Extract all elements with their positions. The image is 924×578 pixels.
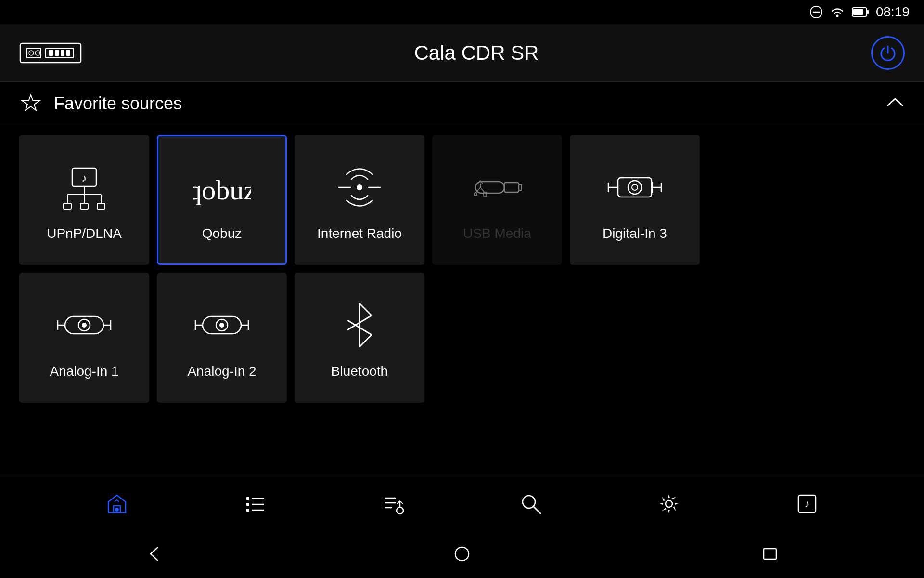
- source-tile-analog-in-1-label: Analog-In 1: [50, 364, 118, 379]
- dnd-icon: [809, 5, 823, 19]
- source-grid: ♪ UPnP/DLNA qobuz Qobuz: [0, 125, 924, 403]
- svg-point-50: [82, 323, 87, 328]
- svg-rect-67: [246, 497, 249, 500]
- source-tile-analog-in-2[interactable]: Analog-In 2: [157, 273, 287, 403]
- svg-line-63: [359, 335, 372, 347]
- source-tile-qobuz-label: Qobuz: [202, 226, 242, 241]
- nav-home-button[interactable]: [98, 485, 136, 523]
- svg-point-8: [29, 51, 34, 55]
- bluetooth-icon: [331, 296, 388, 354]
- system-nav: [0, 530, 924, 578]
- source-tile-internet-radio[interactable]: Internet Radio: [295, 135, 424, 265]
- svg-point-80: [666, 500, 672, 507]
- svg-text:♪: ♪: [82, 172, 87, 184]
- svg-rect-5: [853, 9, 863, 15]
- battery-icon: [852, 6, 869, 18]
- source-tile-bluetooth-label: Bluetooth: [331, 364, 388, 379]
- source-tile-upnp-dlna-label: UPnP/DLNA: [47, 226, 122, 241]
- device-icon: [19, 39, 82, 67]
- svg-point-57: [219, 323, 224, 328]
- power-button[interactable]: [871, 36, 905, 70]
- internet-radio-icon: [331, 158, 388, 216]
- digital-in-3-icon: [606, 158, 664, 216]
- header: Cala CDR SR: [0, 24, 924, 82]
- source-tile-analog-in-2-label: Analog-In 2: [187, 364, 256, 379]
- favorites-bar: Favorite sources: [0, 82, 924, 125]
- svg-rect-15: [66, 50, 70, 56]
- svg-point-66: [115, 508, 119, 512]
- svg-point-27: [357, 184, 362, 190]
- status-bar: 08:19: [0, 0, 924, 24]
- source-tile-usb-media-label: USB Media: [463, 226, 531, 241]
- svg-point-83: [455, 547, 469, 561]
- star-icon: [19, 92, 42, 115]
- svg-line-61: [359, 303, 372, 315]
- source-tile-internet-radio-label: Internet Radio: [317, 226, 402, 241]
- svg-rect-32: [519, 184, 522, 190]
- svg-point-42: [632, 184, 638, 190]
- favorites-left: Favorite sources: [19, 92, 182, 115]
- collapse-button[interactable]: [886, 93, 905, 114]
- source-tile-digital-in-3[interactable]: Digital-In 3: [570, 135, 700, 265]
- svg-text:qobuz: qobuz: [193, 174, 251, 206]
- source-tile-qobuz[interactable]: qobuz Qobuz: [157, 135, 287, 265]
- svg-rect-84: [764, 549, 776, 559]
- svg-rect-4: [867, 10, 869, 14]
- back-button[interactable]: [135, 535, 173, 573]
- home-button[interactable]: [443, 535, 481, 573]
- source-tile-analog-in-1[interactable]: Analog-In 1: [19, 273, 149, 403]
- svg-point-9: [35, 51, 40, 55]
- source-row-1: ♪ UPnP/DLNA qobuz Qobuz: [19, 135, 905, 265]
- nav-playlist-button[interactable]: [374, 485, 412, 523]
- svg-text:♪: ♪: [804, 498, 809, 510]
- status-time: 08:19: [876, 4, 910, 20]
- bottom-nav: ♪: [0, 477, 924, 530]
- status-icons: 08:19: [809, 4, 910, 20]
- analog-in-1-icon: [55, 296, 113, 354]
- nav-search-button[interactable]: [512, 485, 550, 523]
- nav-nowplaying-button[interactable]: ♪: [788, 485, 826, 523]
- device-logo-icon: [19, 39, 82, 67]
- favorites-title: Favorite sources: [54, 93, 182, 114]
- source-tile-digital-in-3-label: Digital-In 3: [603, 226, 667, 241]
- svg-line-79: [534, 507, 540, 513]
- svg-rect-69: [246, 509, 249, 512]
- nav-settings-button[interactable]: [650, 485, 688, 523]
- svg-rect-12: [49, 50, 53, 56]
- qobuz-icon: qobuz: [193, 158, 251, 216]
- source-tile-usb-media[interactable]: USB Media: [432, 135, 562, 265]
- svg-rect-14: [61, 50, 64, 56]
- upnp-dlna-icon: ♪: [55, 158, 113, 216]
- svg-point-76: [397, 507, 403, 514]
- svg-point-41: [628, 181, 642, 194]
- svg-rect-68: [246, 503, 249, 506]
- svg-rect-13: [55, 50, 59, 56]
- source-row-2: Analog-In 1 Analog-In 2: [19, 273, 905, 403]
- page-title: Cala CDR SR: [82, 41, 871, 65]
- source-tile-upnp-dlna[interactable]: ♪ UPnP/DLNA: [19, 135, 149, 265]
- recent-button[interactable]: [751, 535, 789, 573]
- usb-media-icon: [468, 158, 526, 216]
- wifi-icon: [830, 5, 845, 19]
- svg-point-2: [836, 15, 838, 17]
- source-tile-bluetooth[interactable]: Bluetooth: [295, 273, 424, 403]
- svg-rect-31: [504, 183, 519, 192]
- nav-queue-button[interactable]: [236, 485, 274, 523]
- analog-in-2-icon: [193, 296, 251, 354]
